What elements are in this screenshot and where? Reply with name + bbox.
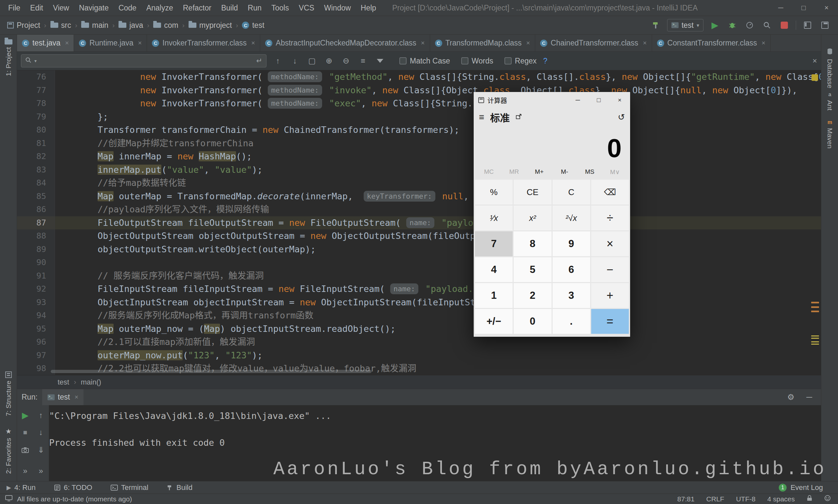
editor-breadcrumb-item[interactable]: test [58,378,69,386]
calc-key-six[interactable]: 6 [553,257,590,282]
run-configuration-select[interactable]: test ▾ [667,19,703,32]
toolwindow-button-build[interactable]: Build [167,483,193,492]
calc-close-button[interactable]: × [609,92,630,108]
code-editor[interactable]: 76 new InvokerTransformer( methodName: "… [17,70,821,375]
calc-key-divide[interactable]: ÷ [591,205,629,230]
line-number[interactable]: 88 [17,230,55,243]
code-line-82[interactable]: 82 Map innerMap = new HashMap(); [17,150,821,163]
inspection-status-icon[interactable] [812,74,818,81]
tool-button-database[interactable]: Database [821,48,838,88]
menu-item-help[interactable]: Help [356,4,381,13]
search-input[interactable]: ▾ ↵ [21,54,266,68]
line-number[interactable]: 81 [17,137,55,150]
toolwindow-switcher-icon[interactable] [5,495,13,503]
warning-stripe-mark[interactable] [811,310,819,312]
line-number[interactable]: 97 [17,349,55,362]
tool-button-maven[interactable]: mMaven [821,120,838,148]
file-encoding[interactable]: UTF-8 [736,495,755,503]
line-number[interactable]: 94 [17,309,55,322]
close-icon[interactable]: × [65,39,69,47]
close-icon[interactable]: × [762,39,766,47]
line-number[interactable]: 90 [17,256,55,269]
menu-item-window[interactable]: Window [319,4,356,13]
calc-key-seven[interactable]: 7 [475,231,513,256]
tool-button-favorites[interactable]: ★2: Favorites [0,428,17,474]
menu-item-build[interactable]: Build [216,4,243,13]
calc-memory-subtract-button[interactable]: M- [552,168,577,176]
gear-icon[interactable]: ⚙ [785,392,797,403]
code-line-90[interactable]: 90 [17,256,821,269]
code-line-93[interactable]: 93 ObjectInputStream objectInputStream =… [17,296,821,309]
calc-key-negate[interactable]: +/− [475,309,513,334]
line-number[interactable]: 96 [17,336,55,349]
add-occurrence-icon[interactable]: ⊕ [323,55,335,67]
calc-key-equals[interactable]: = [591,309,629,334]
line-number[interactable]: 92 [17,283,55,296]
menu-item-code[interactable]: Code [113,4,141,13]
rerun-icon[interactable]: ▶ [20,410,31,421]
code-line-81[interactable]: 81 //创建Map并绑定transformerChina [17,137,821,150]
funnel-icon[interactable] [374,55,386,67]
checkbox-icon[interactable] [461,57,468,65]
menu-item-vcs[interactable]: VCS [294,4,319,13]
tab-AbstractInputCheckedMapDecorator.class[interactable]: AbstractInputCheckedMapDecorator.class× [260,35,430,51]
hide-panel-icon[interactable]: ─ [803,392,815,403]
history-icon[interactable]: ↺ [618,112,625,122]
search-options-chevron-icon[interactable]: ▾ [34,58,37,64]
line-number[interactable]: 89 [17,243,55,256]
line-number[interactable]: 76 [17,70,55,84]
hide-panels-icon[interactable] [819,19,831,31]
calc-key-square[interactable]: x² [514,205,551,230]
close-icon[interactable]: × [251,39,255,47]
calc-key-clear-entry[interactable]: CE [514,180,551,204]
line-number[interactable]: 85 [17,190,55,203]
calc-minimize-button[interactable]: ─ [567,92,588,108]
checkbox-icon[interactable] [504,57,512,65]
calc-key-eight[interactable]: 8 [514,231,551,256]
code-line-95[interactable]: 95 Map outerMap_now = (Map) objectInputS… [17,322,821,336]
warning-stripe-mark[interactable] [811,338,819,339]
calc-key-reciprocal[interactable]: ¹⁄x [475,205,513,230]
toolwindow-button-run[interactable]: ▶4: Run [6,483,36,492]
menu-item-run[interactable]: Run [243,4,266,13]
close-icon[interactable]: × [75,393,78,401]
calc-memory-store-button[interactable]: MS [577,168,602,176]
breadcrumb-item-java[interactable]: java [119,21,143,30]
line-number[interactable]: 91 [17,269,55,283]
code-line-91[interactable]: 91 // 服务端反序列化客户端代码，触发漏洞 [17,269,821,283]
warning-stripe-mark[interactable] [811,306,819,308]
breadcrumb-item-test[interactable]: test [242,21,264,30]
menu-item-refactor[interactable]: Refactor [178,4,216,13]
newline-icon[interactable]: ↵ [256,57,262,65]
calculator-title-bar[interactable]: 计算器 ─ □ × [474,92,630,108]
code-line-83[interactable]: 83 innerMap.put("value", "value"); [17,163,821,177]
coverage-icon[interactable] [744,19,755,31]
breadcrumb-item-src[interactable]: src [50,21,71,30]
menu-item-edit[interactable]: Edit [25,4,48,13]
calc-maximize-button[interactable]: □ [588,92,609,108]
run-button[interactable]: ▶ [709,19,721,31]
calc-key-nine[interactable]: 9 [553,231,590,256]
next-occurrence-icon[interactable]: ↓ [289,55,301,67]
calc-key-two[interactable]: 2 [514,283,551,308]
down-arrow-icon[interactable]: ↓ [35,427,47,438]
menu-icon[interactable]: ≡ [479,112,484,122]
breadcrumb-item-main[interactable]: main [81,21,108,30]
calc-key-three[interactable]: 3 [553,283,590,308]
run-tab[interactable]: test × [42,389,84,405]
filter-icon[interactable]: ≡ [357,55,369,67]
event-log-button[interactable]: 1Event Log [779,483,832,492]
line-number[interactable]: 77 [17,84,55,97]
calc-key-backspace[interactable]: ⌫ [591,180,629,204]
line-number[interactable]: 79 [17,110,55,124]
restore-layout-icon[interactable] [802,19,814,31]
code-line-97[interactable]: 97 outerMap_now.put("123", "123"); [17,349,821,362]
code-line-76[interactable]: 76 new InvokerTransformer( methodName: "… [17,70,821,84]
menu-item-navigate[interactable]: Navigate [74,4,113,13]
line-number[interactable]: 98 [17,362,55,375]
toolwindow-button-terminal[interactable]: Terminal [111,483,148,492]
line-number[interactable]: 86 [17,203,55,216]
code-line-80[interactable]: 80 Transformer transformerChain = new Ch… [17,123,821,137]
calc-key-multiply[interactable]: × [591,231,629,256]
toolwindow-button-todo[interactable]: 6: TODO [54,483,92,492]
